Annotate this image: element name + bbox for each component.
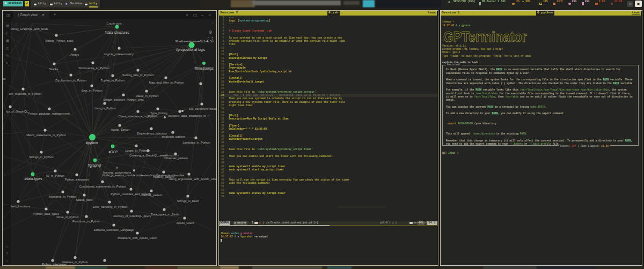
- svg-text:Python_execution: Python_execution: [65, 178, 89, 181]
- svg-text:complex_data_structures_in_P: complex_data_structures_in_P: [169, 114, 210, 117]
- svg-text:Dates_in_Python: Dates_in_Python: [136, 94, 159, 98]
- svg-text:#data-structures: #data-structures: [105, 31, 129, 34]
- svg-text:Lambdas_in_Python: Lambdas_in_Python: [182, 141, 210, 144]
- svg-text:Map_and_filter_in_Python: Map_and_filter_in_Python: [149, 81, 184, 84]
- svg-text:Python_data_types: Python_data_types: [33, 212, 59, 215]
- svg-text:Python_interpreter: Python_interpreter: [42, 263, 67, 266]
- svg-text:#python: #python: [86, 141, 98, 145]
- svg-text:Error_handling_in_Python: Error_handling_in_Python: [93, 205, 128, 208]
- svg-text:Tuples_in_Python: Tuples_in_Python: [101, 79, 125, 82]
- svg-text:Using_arguments_with_Apollo_Cl: Using_arguments_with_Apollo_Clien: [169, 177, 216, 181]
- svg-text:List_comprehension: List_comprehension: [189, 107, 216, 110]
- svg-text:Stacks: Stacks: [49, 68, 58, 71]
- svg-text:ics_of_GraphQL: ics_of_GraphQL: [6, 110, 28, 113]
- svg-text:#propositional-logic: #propositional-logic: [176, 48, 205, 52]
- svg-text:singleton_pattern: singleton_pattern: [162, 135, 185, 138]
- svg-text:Arrays: Arrays: [70, 53, 79, 56]
- svg-text:#timestamps: #timestamps: [194, 66, 214, 71]
- svg-text:Numbers_in_Python: Numbers_in_Python: [49, 195, 77, 198]
- svg-text:Logical_indeterminacy: Logical_indeterminacy: [104, 53, 134, 56]
- svg-text:module_pattern: module_pattern: [142, 193, 163, 197]
- svg-text:Apollo_Server: Apollo_Server: [111, 128, 129, 131]
- svg-text:Strings_in_bash: Strings_in_bash: [177, 199, 199, 203]
- svg-text:Dictionaries_in_Python: Dictionaries_in_Python: [78, 66, 109, 70]
- svg-text:GPTerminator: GPTerminator: [443, 29, 527, 43]
- svg-text:Iterators: Iterators: [147, 114, 158, 117]
- svg-text:Journey_of_GraphQL_query: Journey_of_GraphQL_query: [113, 214, 151, 218]
- svg-text:Testing_Python_code: Testing_Python_code: [45, 39, 74, 42]
- svg-text:Schema_Definition_Language: Schema_Definition_Language: [94, 228, 134, 231]
- svg-text:lean_functions: lean_functions: [11, 205, 30, 208]
- svg-text:adResolvers: adResolvers: [162, 154, 179, 157]
- svg-text:#graphql: #graphql: [88, 163, 101, 168]
- svg-text:ce: ce: [3, 77, 6, 80]
- svg-text:Sets_in_Python: Sets_in_Python: [81, 89, 102, 92]
- svg-text:Lists_in_Python: Lists_in_Python: [94, 107, 116, 110]
- svg-text:Using_GraphQL_with_Node: Using_GraphQL_with_Node: [11, 27, 48, 31]
- svg-text:None_in_Python: None_in_Python: [56, 215, 78, 219]
- svg-text:IO_in_Python: IO_in_Python: [46, 174, 64, 177]
- svg-text:Zip_function_in_Python: Zip_function_in_Python: [55, 79, 86, 82]
- svg-text:#data-types: #data-types: [25, 177, 42, 181]
- svg-text:Functions_in_Python: Functions_in_Python: [72, 220, 100, 223]
- svg-text:Mutations_with_Apollo_Client: Mutations_with_Apollo_Client: [118, 236, 157, 240]
- svg-text:Apollo_Client: Apollo_Client: [177, 221, 194, 225]
- svg-text:Conditional_statements_in_Pyth: Conditional_statements_in_Python: [79, 185, 126, 188]
- svg-text:Loops_in_Python: Loops_in_Python: [125, 149, 148, 152]
- svg-text:Python_package_management: Python_package_management: [28, 112, 70, 115]
- svg-text:#OOP: #OOP: [108, 150, 118, 154]
- svg-text:Match_statements_in_Python: Match_statements_in_Python: [26, 133, 66, 137]
- svg-text:ork_requests_in_Python: ork_requests_in_Python: [9, 92, 41, 95]
- svg-text:Strings_in_Python: Strings_in_Python: [29, 155, 53, 159]
- svg-text:Stdout_stdin: Stdout_stdin: [76, 198, 92, 201]
- svg-text:Switch_between_Python_vers: Switch_between_Python_vers: [104, 98, 144, 101]
- svg-text:Sorting_lists_in_Python: Sorting_lists_in_Python: [122, 73, 153, 77]
- svg-text:Data_types_in_Bash: Data_types_in_Bash: [151, 213, 179, 216]
